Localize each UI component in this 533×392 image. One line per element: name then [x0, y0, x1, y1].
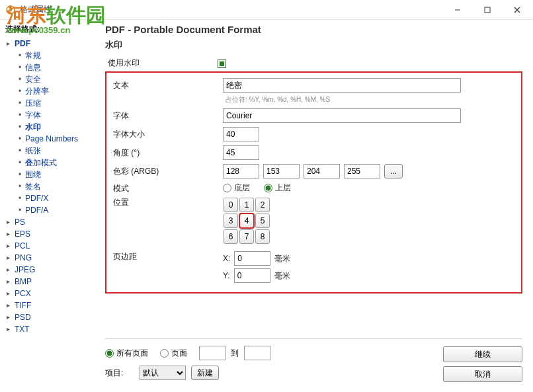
tree-item[interactable]: Page Numbers — [25, 134, 78, 143]
angle-input[interactable] — [223, 145, 259, 160]
maximize-button[interactable] — [472, 0, 502, 19]
font-input[interactable] — [223, 108, 461, 123]
margin-label: 页边距 — [110, 251, 223, 262]
page-from-input[interactable] — [199, 346, 226, 360]
tree-item[interactable]: PDF/A — [25, 206, 48, 215]
color-picker-button[interactable]: ... — [384, 164, 403, 178]
tree-item[interactable]: 围绕 — [25, 170, 41, 179]
sidebar: 选择格式: PDF常规信息安全分辨率压缩字体水印Page Numbers纸张叠加… — [0, 20, 96, 392]
tree-item[interactable]: EPS — [15, 229, 30, 239]
margin-x-unit: 毫米 — [274, 253, 290, 264]
tree-pdf[interactable]: PDF — [15, 39, 30, 48]
tree-item[interactable]: PDF/X — [25, 194, 48, 203]
mode-label: 模式 — [110, 183, 223, 194]
position-grid: 012345678 — [223, 197, 270, 245]
tree-item[interactable]: BMP — [15, 277, 32, 286]
project-label: 项目: — [105, 368, 140, 379]
mode-bottom-radio[interactable]: 底层 — [223, 182, 250, 194]
select-format-label: 选择格式: — [5, 24, 92, 35]
tree-item[interactable]: PNG — [15, 253, 32, 262]
color-b-input[interactable] — [344, 164, 380, 178]
continue-button[interactable]: 继续 — [443, 346, 522, 362]
all-pages-radio[interactable]: 所有页面 — [105, 348, 148, 359]
tree-item[interactable]: PCX — [15, 289, 31, 298]
font-size-input[interactable] — [223, 127, 259, 141]
project-select[interactable]: 默认 — [140, 366, 186, 380]
angle-label: 角度 (°) — [110, 147, 223, 159]
position-4[interactable]: 4 — [239, 214, 254, 228]
position-7[interactable]: 7 — [239, 229, 254, 244]
margin-x-input[interactable] — [234, 251, 270, 266]
position-6[interactable]: 6 — [224, 229, 238, 244]
text-label: 文本 — [110, 80, 223, 91]
tree-item[interactable]: 分辨率 — [25, 87, 49, 96]
tree-item[interactable]: TIFF — [15, 301, 31, 310]
page-to-input[interactable] — [244, 346, 270, 360]
position-5[interactable]: 5 — [255, 214, 270, 228]
tree-item[interactable]: 安全 — [25, 75, 41, 84]
position-label: 位置 — [110, 197, 223, 208]
text-input[interactable] — [223, 78, 461, 93]
tree-item[interactable]: PSD — [15, 313, 31, 322]
placeholder-hint: 占位符: %Y, %m, %d, %H, %M, %S — [226, 95, 516, 104]
tree-item[interactable]: 纸张 — [25, 146, 41, 155]
titlebar: 格式属性 — [0, 0, 533, 20]
position-1[interactable]: 1 — [239, 198, 254, 212]
position-2[interactable]: 2 — [255, 198, 270, 212]
tree-item[interactable]: 字体 — [25, 110, 41, 120]
font-size-label: 字体大小 — [110, 129, 223, 140]
footer: 所有页面 页面 到 项目: 默认 新建 继续 取消 — [105, 338, 522, 385]
tree-item[interactable]: 压缩 — [25, 98, 41, 108]
close-button[interactable] — [502, 0, 532, 19]
mode-top-radio[interactable]: 上层 — [264, 182, 291, 194]
position-8[interactable]: 8 — [255, 229, 270, 244]
watermark-settings-box: 文本 占位符: %Y, %m, %d, %H, %M, %S 字体 字体大小 角… — [105, 71, 522, 294]
margin-y-label: Y: — [223, 271, 230, 280]
pages-radio[interactable]: 页面 — [160, 348, 187, 359]
tree-item[interactable]: 叠加模式 — [25, 158, 57, 167]
pages-to-label: 到 — [231, 348, 239, 359]
app-icon — [5, 5, 16, 15]
position-3[interactable]: 3 — [224, 214, 238, 228]
cancel-button[interactable]: 取消 — [443, 366, 522, 382]
color-r-input[interactable] — [263, 164, 300, 178]
use-watermark-label: 使用水印 — [105, 58, 218, 69]
tree-item[interactable]: TXT — [15, 325, 30, 334]
tree-item[interactable]: 水印 — [25, 122, 41, 132]
margin-y-input[interactable] — [234, 268, 270, 283]
use-watermark-checkbox[interactable] — [218, 59, 226, 68]
position-0[interactable]: 0 — [224, 198, 238, 212]
tree-item[interactable]: PCL — [15, 241, 30, 251]
tree-item[interactable]: PS — [15, 217, 25, 227]
new-button[interactable]: 新建 — [191, 366, 219, 380]
svg-rect-3 — [485, 7, 490, 13]
page-title: PDF - Portable Document Format — [105, 24, 522, 35]
main-panel: PDF - Portable Document Format 水印 使用水印 文… — [96, 20, 533, 392]
color-label: 色彩 (ARGB) — [110, 166, 223, 177]
minimize-button[interactable] — [442, 0, 472, 19]
tree-item[interactable]: 签名 — [25, 182, 41, 191]
tree-item[interactable]: 常规 — [25, 51, 41, 60]
window-title: 格式属性 — [20, 4, 442, 15]
margin-x-label: X: — [223, 254, 230, 263]
color-a-input[interactable] — [223, 164, 259, 178]
svg-point-1 — [9, 9, 12, 11]
margin-y-unit: 毫米 — [274, 270, 290, 282]
section-title: 水印 — [105, 39, 522, 51]
color-g-input[interactable] — [304, 164, 340, 178]
tree-item[interactable]: JPEG — [15, 265, 35, 274]
font-label: 字体 — [110, 110, 223, 122]
tree-item[interactable]: 信息 — [25, 63, 41, 72]
